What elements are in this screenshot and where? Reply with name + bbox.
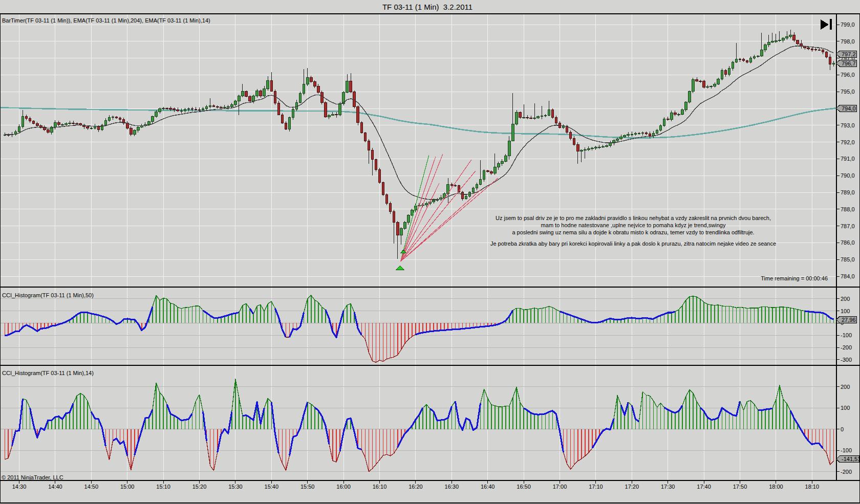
svg-text:786,0: 786,0 [841,239,855,246]
svg-text:0: 0 [841,426,844,432]
svg-text:794,0: 794,0 [842,105,856,112]
svg-text:14:40: 14:40 [48,484,62,490]
svg-text:15:00: 15:00 [120,484,135,490]
svg-text:27,96: 27,96 [842,317,856,323]
svg-text:-100: -100 [841,332,852,338]
svg-text:789,0: 789,0 [841,189,855,195]
svg-text:787,0: 787,0 [841,223,855,229]
svg-text:-141,51: -141,51 [842,456,860,462]
svg-text:788,0: 788,0 [841,206,855,212]
svg-text:17:50: 17:50 [733,484,747,490]
svg-text:14:30: 14:30 [12,484,27,490]
svg-text:784,0: 784,0 [841,273,855,279]
svg-text:Uz jsem to psal driv ze je to: Uz jsem to psal driv ze je to pro me zak… [496,215,771,221]
svg-text:17:30: 17:30 [661,484,675,490]
svg-text:15:20: 15:20 [192,484,207,490]
svg-text:791,0: 791,0 [841,156,855,162]
svg-text:-300: -300 [841,357,852,363]
svg-text:785,0: 785,0 [841,256,855,262]
svg-text:-200: -200 [841,469,852,475]
svg-text:796,7: 796,7 [842,60,856,67]
svg-text:790,0: 790,0 [841,172,855,179]
svg-text:793,0: 793,0 [841,122,855,128]
svg-text:17:10: 17:10 [589,484,603,490]
svg-text:15:30: 15:30 [228,484,243,490]
svg-text:795,0: 795,0 [841,89,855,95]
svg-text:CCI_Histogram(TF 03-11 (1 Min): CCI_Histogram(TF 03-11 (1 Min),50) [2,292,94,298]
svg-text:a posledni swing uz nema silu: a posledni swing uz nema silu a dojde k … [512,229,754,235]
svg-text:-100: -100 [841,447,852,453]
svg-text:mam to hodne natestovane ,upln: mam to hodne natestovane ,uplne nejvice … [541,222,726,228]
svg-text:792,0: 792,0 [841,139,855,145]
svg-text:17:20: 17:20 [625,484,639,490]
svg-text:16:20: 16:20 [408,484,423,490]
svg-text:15:50: 15:50 [300,484,315,490]
svg-text:14:50: 14:50 [84,484,99,490]
svg-text:Time remaining = 00:00:46: Time remaining = 00:00:46 [761,275,828,281]
svg-text:16:50: 16:50 [517,484,531,490]
svg-text:16:10: 16:10 [373,484,387,490]
svg-text:796,0: 796,0 [841,72,855,78]
svg-text:200: 200 [841,384,850,390]
svg-text:15:40: 15:40 [265,484,279,490]
svg-text:TF 03-11 (1 Min) 3.2.2011: TF 03-11 (1 Min) 3.2.2011 [382,3,472,11]
svg-text:15:10: 15:10 [156,484,170,490]
svg-text:16:30: 16:30 [445,484,459,490]
svg-text:200: 200 [841,296,850,302]
svg-text:16:00: 16:00 [336,484,351,490]
svg-text:100: 100 [841,308,850,314]
svg-text:799,0: 799,0 [841,21,855,28]
svg-text:17:00: 17:00 [553,484,567,490]
svg-text:100: 100 [841,405,850,411]
svg-text:Je potreba zkratka aby bary pr: Je potreba zkratka aby bary pri korekci … [490,240,776,247]
svg-text:BarTimer(TF 03-11 (1 Min)), EM: BarTimer(TF 03-11 (1 Min)), EMA(TF 03-11… [2,17,210,24]
svg-text:16:40: 16:40 [481,484,495,490]
svg-text:CCI_Histogram(TF 03-11 (1 Min): CCI_Histogram(TF 03-11 (1 Min),14) [2,370,94,376]
svg-text:© 2011 NinjaTrader, LLC: © 2011 NinjaTrader, LLC [2,474,63,480]
svg-text:-200: -200 [841,344,852,350]
svg-text:18:00: 18:00 [769,484,783,490]
svg-text:18:10: 18:10 [805,484,820,490]
svg-text:797,2: 797,2 [842,51,856,57]
svg-text:17:40: 17:40 [697,484,711,490]
svg-text:798,0: 798,0 [841,38,855,45]
